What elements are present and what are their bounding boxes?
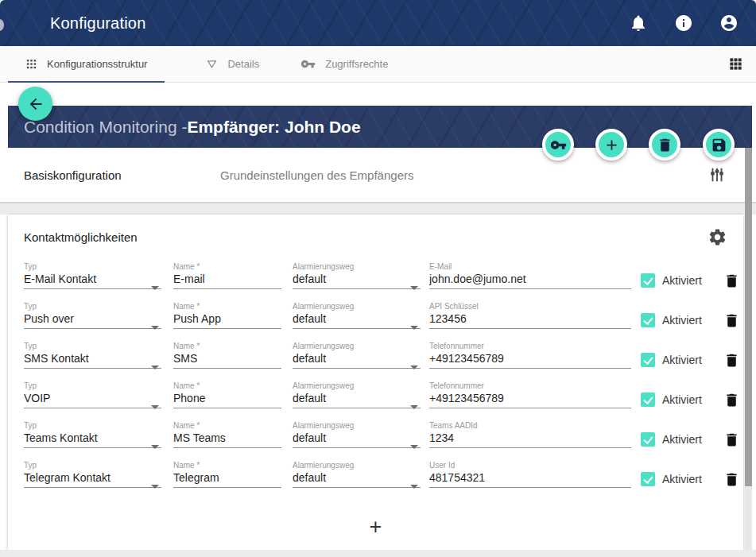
contact-row: Typ E-Mail Kontakt Name * E-mail Alarmie… bbox=[8, 257, 743, 297]
contact-value-input[interactable]: User Id 481754321 bbox=[429, 461, 631, 496]
aktiviert-label: Aktiviert bbox=[662, 393, 702, 406]
aktiviert-checkbox[interactable] bbox=[641, 393, 655, 407]
contact-value-input[interactable]: API Schlüssel 123456 bbox=[429, 302, 631, 337]
aktiviert-group: Aktiviert bbox=[641, 431, 702, 447]
key-icon bbox=[550, 137, 567, 153]
field-label: Teams AADId bbox=[429, 421, 631, 431]
field-label: Typ bbox=[24, 342, 161, 352]
field-label: Typ bbox=[24, 421, 161, 431]
alarmierungsweg-select[interactable]: Alarmierungsweg default bbox=[293, 342, 421, 377]
field-label: Name * bbox=[173, 461, 281, 471]
access-rights-button[interactable] bbox=[542, 129, 574, 161]
divider-strip bbox=[0, 203, 756, 215]
contact-value-input[interactable]: Telefonnummer +49123456789 bbox=[429, 381, 631, 416]
field-label: API Schlüssel bbox=[429, 302, 631, 312]
page-header-band: Condition Monitoring - Empfänger: John D… bbox=[8, 106, 752, 148]
aktiviert-checkbox[interactable] bbox=[641, 353, 655, 367]
aktiviert-checkbox[interactable] bbox=[641, 273, 655, 288]
contact-value-input[interactable]: Teams AADId 1234 bbox=[429, 421, 631, 456]
delete-button[interactable] bbox=[649, 129, 680, 161]
typ-select[interactable]: Typ Push over bbox=[24, 302, 161, 337]
name-value: SMS bbox=[173, 352, 281, 369]
tab-bar: Konfigurationsstruktur Details Zugriffsr… bbox=[0, 46, 756, 83]
alarmierungsweg-select[interactable]: Alarmierungsweg default bbox=[293, 381, 421, 416]
save-icon bbox=[711, 137, 727, 153]
aktiviert-group: Aktiviert bbox=[641, 312, 702, 328]
info-icon[interactable] bbox=[674, 14, 693, 33]
name-input[interactable]: Name * SMS bbox=[173, 342, 281, 377]
typ-value: Telegram Kontakt bbox=[24, 471, 161, 488]
name-value: E-mail bbox=[173, 273, 281, 289]
aktiviert-label: Aktiviert bbox=[662, 354, 702, 366]
apps-grid-icon[interactable] bbox=[728, 56, 743, 72]
account-icon[interactable] bbox=[719, 14, 739, 33]
section-subtitle: Grundeinstellungen des Empfängers bbox=[220, 168, 414, 182]
scrollbar-thumb[interactable] bbox=[745, 148, 752, 486]
field-label: Name * bbox=[173, 302, 281, 312]
tab-konfigurationsstruktur[interactable]: Konfigurationsstruktur bbox=[8, 46, 165, 82]
contact-value-input[interactable]: E-Mail john.doe@jumo.net bbox=[429, 262, 631, 297]
chevron-down-icon bbox=[410, 286, 418, 290]
alarmierungsweg-select[interactable]: Alarmierungsweg default bbox=[293, 302, 421, 337]
contact-rows: Typ E-Mail Kontakt Name * E-mail Alarmie… bbox=[8, 257, 743, 496]
typ-select[interactable]: Typ Teams Kontakt bbox=[24, 421, 161, 456]
field-label: Alarmierungsweg bbox=[293, 302, 421, 312]
aktiviert-group: Aktiviert bbox=[641, 273, 702, 288]
row-trash-icon[interactable] bbox=[723, 312, 740, 329]
add-button[interactable] bbox=[595, 129, 627, 161]
row-trash-icon[interactable] bbox=[723, 352, 740, 369]
aktiviert-checkbox[interactable] bbox=[641, 472, 655, 486]
basiskonfiguration-row[interactable]: Basiskonfiguration Grundeinstellungen de… bbox=[0, 148, 756, 203]
aktiviert-checkbox[interactable] bbox=[641, 432, 655, 447]
aktiviert-group: Aktiviert bbox=[641, 352, 702, 368]
aktiviert-group: Aktiviert bbox=[641, 471, 702, 487]
back-button[interactable] bbox=[18, 87, 52, 121]
field-label: Name * bbox=[173, 381, 281, 392]
row-trash-icon[interactable] bbox=[723, 392, 740, 408]
tune-icon[interactable] bbox=[708, 166, 726, 184]
field-label: E-Mail bbox=[429, 262, 631, 273]
name-input[interactable]: Name * E-mail bbox=[173, 262, 281, 297]
alarmierungsweg-select[interactable]: Alarmierungsweg default bbox=[293, 461, 421, 496]
field-label: Alarmierungsweg bbox=[293, 421, 421, 431]
name-input[interactable]: Name * MS Teams bbox=[173, 421, 281, 456]
chevron-down-icon bbox=[151, 445, 159, 449]
name-input[interactable]: Name * Telegram bbox=[173, 461, 281, 496]
typ-select[interactable]: Typ VOIP bbox=[24, 381, 161, 416]
aktiviert-label: Aktiviert bbox=[662, 314, 702, 327]
contact-value-input[interactable]: Telefonnummer +49123456789 bbox=[429, 342, 631, 377]
contact-value: 481754321 bbox=[429, 471, 631, 488]
app-title: Konfiguration bbox=[50, 14, 145, 33]
save-button[interactable] bbox=[703, 129, 735, 161]
bell-icon[interactable] bbox=[629, 14, 648, 33]
name-input[interactable]: Name * Push App bbox=[173, 302, 281, 337]
alarmierungsweg-select[interactable]: Alarmierungsweg default bbox=[293, 421, 421, 456]
row-trash-icon[interactable] bbox=[723, 471, 740, 488]
chevron-down-icon bbox=[410, 366, 418, 369]
typ-select[interactable]: Typ Telegram Kontakt bbox=[24, 461, 161, 496]
field-label: Typ bbox=[24, 302, 161, 312]
section-title: Basiskonfiguration bbox=[24, 168, 122, 182]
tab-zugriffsrechte[interactable]: Zugriffsrechte bbox=[283, 46, 405, 82]
chevron-down-icon bbox=[151, 405, 159, 409]
typ-select[interactable]: Typ E-Mail Kontakt bbox=[24, 262, 161, 297]
alarmierungsweg-select[interactable]: Alarmierungsweg default bbox=[293, 262, 421, 297]
tab-label: Zugriffsrechte bbox=[325, 58, 388, 70]
aktiviert-checkbox[interactable] bbox=[641, 313, 655, 327]
add-contact-button[interactable]: + bbox=[8, 515, 743, 539]
row-trash-icon[interactable] bbox=[723, 273, 740, 289]
row-trash-icon[interactable] bbox=[723, 431, 740, 448]
contact-row: Typ VOIP Name * Phone Alarmierungsweg de… bbox=[8, 377, 743, 416]
contact-value: john.doe@jumo.net bbox=[429, 273, 631, 289]
gear-icon[interactable] bbox=[708, 227, 727, 247]
page-title-prefix: Condition Monitoring - bbox=[24, 118, 187, 137]
name-input[interactable]: Name * Phone bbox=[173, 381, 281, 416]
scrollbar[interactable] bbox=[745, 148, 752, 550]
field-label: Name * bbox=[173, 342, 281, 352]
typ-select[interactable]: Typ SMS Kontakt bbox=[24, 342, 161, 377]
chevron-down-icon bbox=[151, 485, 159, 489]
tab-label: Konfigurationsstruktur bbox=[47, 58, 147, 70]
tab-details[interactable]: Details bbox=[188, 46, 277, 82]
main-content: Condition Monitoring - Empfänger: John D… bbox=[0, 83, 756, 557]
field-label: Typ bbox=[24, 461, 161, 471]
